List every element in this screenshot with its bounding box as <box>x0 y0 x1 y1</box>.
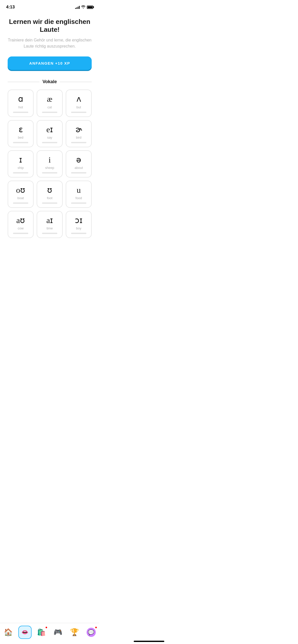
vowel-card-13[interactable]: aɪtime <box>37 211 63 238</box>
vowel-progress-5 <box>71 142 86 143</box>
vowel-card-10[interactable]: ʊfoot <box>37 181 63 208</box>
wifi-icon <box>81 5 85 9</box>
vowel-card-12[interactable]: aʊcow <box>8 211 34 238</box>
vowel-symbol-11: u <box>77 186 81 195</box>
vowel-symbol-3: ɛ <box>19 125 23 134</box>
vowel-word-0: hot <box>18 105 23 109</box>
vowel-word-6: ship <box>18 166 24 170</box>
vowel-card-7[interactable]: isheep <box>37 150 63 178</box>
vowel-word-2: but <box>76 105 81 109</box>
vowel-progress-14 <box>71 233 86 234</box>
vowel-progress-1 <box>42 112 57 113</box>
section-header: Vokale <box>8 79 92 84</box>
vowel-progress-8 <box>71 172 86 173</box>
section-line-left <box>8 82 39 82</box>
vowel-progress-6 <box>13 172 28 173</box>
section-line-right <box>60 82 92 82</box>
vowel-progress-10 <box>42 202 57 204</box>
vowel-word-10: foot <box>47 196 52 200</box>
vowel-symbol-1: æ <box>47 95 52 104</box>
start-button[interactable]: ANFANGEN +10 XP <box>8 56 92 70</box>
vowel-card-1[interactable]: æcat <box>37 90 63 117</box>
vowel-symbol-14: ɔɪ <box>75 216 83 225</box>
status-icons <box>75 5 93 9</box>
vowel-word-7: sheep <box>45 166 54 170</box>
vowel-word-4: say <box>47 136 52 139</box>
vowel-symbol-5: ɚ <box>75 125 82 134</box>
vowel-word-8: about <box>75 166 83 170</box>
vowel-symbol-10: ʊ <box>47 186 52 195</box>
vowel-progress-0 <box>13 112 28 113</box>
vowel-word-9: boat <box>17 196 24 200</box>
vowel-word-14: boy <box>76 226 82 230</box>
vowel-symbol-7: i <box>49 155 51 164</box>
vowel-word-12: cow <box>18 226 23 230</box>
vowel-card-4[interactable]: eɪsay <box>37 120 63 147</box>
signal-icon <box>75 5 80 9</box>
page-title: Lernen wir die englischen Laute! <box>8 18 92 34</box>
vowel-card-5[interactable]: ɚbird <box>66 120 92 147</box>
page-subtitle: Trainiere dein Gehör und lerne, die engl… <box>8 37 92 49</box>
vowel-card-14[interactable]: ɔɪboy <box>66 211 92 238</box>
vowel-word-3: bed <box>18 136 23 139</box>
vowel-word-13: time <box>47 226 53 230</box>
vowel-card-6[interactable]: ɪship <box>8 150 34 178</box>
vowel-card-0[interactable]: ɑhot <box>8 90 34 117</box>
vowel-symbol-8: ə <box>76 155 81 164</box>
vowel-progress-13 <box>42 233 57 234</box>
vowel-card-11[interactable]: ufood <box>66 181 92 208</box>
vowel-symbol-12: aʊ <box>16 216 25 225</box>
vowel-symbol-0: ɑ <box>18 95 23 104</box>
section-title: Vokale <box>43 79 57 84</box>
vowel-symbol-6: ɪ <box>19 155 22 164</box>
battery-icon <box>87 6 93 9</box>
vowel-progress-9 <box>13 202 28 204</box>
vowel-progress-12 <box>13 233 28 234</box>
vowel-word-11: food <box>75 196 82 200</box>
vowel-symbol-9: oʊ <box>16 186 25 195</box>
vowel-word-5: bird <box>76 136 82 139</box>
vowel-progress-7 <box>42 172 57 173</box>
vowel-card-3[interactable]: ɛbed <box>8 120 34 147</box>
vowel-symbol-4: eɪ <box>46 125 53 134</box>
main-content: Lernen wir die englischen Laute! Trainie… <box>0 13 99 243</box>
vowel-symbol-2: ʌ <box>76 95 81 104</box>
vowel-card-2[interactable]: ʌbut <box>66 90 92 117</box>
vowel-progress-3 <box>13 142 28 143</box>
vowel-card-8[interactable]: əabout <box>66 150 92 178</box>
vowel-progress-2 <box>71 112 86 113</box>
vowel-word-1: cat <box>47 105 52 109</box>
vowel-card-9[interactable]: oʊboat <box>8 181 34 208</box>
status-bar: 4:13 <box>0 0 99 13</box>
status-time: 4:13 <box>6 5 15 10</box>
vowels-grid: ɑhotæcatʌbutɛbedeɪsayɚbirdɪshipisheepəab… <box>8 90 92 243</box>
vowel-progress-4 <box>42 142 57 143</box>
vowel-progress-11 <box>71 202 86 204</box>
vowel-symbol-13: aɪ <box>46 216 53 225</box>
